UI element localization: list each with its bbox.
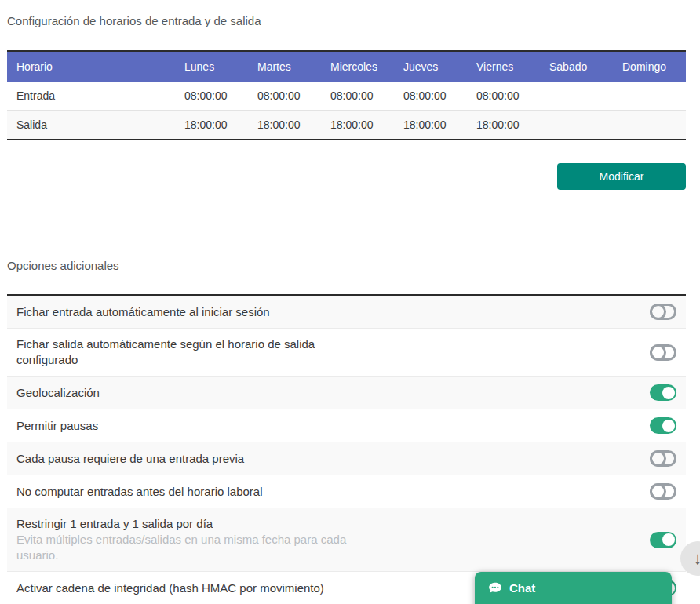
toggle-option-4[interactable]: [650, 450, 676, 467]
toggle-option-3[interactable]: [650, 417, 676, 434]
option-label: Restringir 1 entrada y 1 salida por día: [16, 516, 374, 532]
option-row-2: Geolocalización: [7, 377, 686, 409]
modify-button[interactable]: Modificar: [557, 163, 686, 190]
schedule-cell: 18:00:00: [321, 111, 394, 140]
option-text: Cada pausa requiere de una entrada previ…: [16, 451, 244, 467]
schedule-cell: 18:00:00: [394, 111, 467, 140]
settings-page: Configuración de horarios de entrada y d…: [7, 14, 686, 604]
option-text: Activar cadena de integridad (hash HMAC …: [16, 580, 324, 596]
option-row-5: No computar entradas antes del horario l…: [7, 475, 686, 508]
schedule-cell: 08:00:00: [321, 82, 394, 111]
schedule-row-entrada: Entrada08:00:0008:00:0008:00:0008:00:000…: [7, 82, 686, 111]
schedule-cell: 18:00:00: [175, 111, 248, 140]
option-text: Permitir pausas: [16, 418, 98, 434]
options-section-title: Opciones adicionales: [7, 259, 686, 272]
option-label: Fichar entrada automáticamente al inicia…: [16, 304, 270, 320]
page-title: Configuración de horarios de entrada y d…: [7, 14, 686, 27]
option-row-4: Cada pausa requiere de una entrada previ…: [7, 442, 686, 475]
option-row-0: Fichar entrada automáticamente al inicia…: [7, 296, 686, 329]
schedule-header-row: HorarioLunesMartesMiercolesJuevesViernes…: [7, 51, 686, 82]
column-header-miercoles: Miercoles: [321, 51, 394, 82]
option-text: Fichar salida automáticamente según el h…: [16, 337, 374, 368]
toggle-knob: [650, 483, 666, 500]
chat-button[interactable]: Chat: [475, 572, 672, 604]
toggle-knob: [650, 344, 666, 361]
schedule-cell: 18:00:00: [248, 111, 321, 140]
toggle-option-6[interactable]: [650, 532, 676, 548]
option-label: No computar entradas antes del horario l…: [16, 484, 263, 500]
option-text: Fichar entrada automáticamente al inicia…: [16, 304, 270, 320]
schedule-cell: [540, 111, 613, 140]
schedule-row-salida: Salida18:00:0018:00:0018:00:0018:00:0018…: [7, 111, 686, 140]
option-label: Fichar salida automáticamente según el h…: [16, 337, 374, 368]
column-header-martes: Martes: [248, 51, 321, 82]
schedule-cell: 18:00:00: [467, 111, 540, 140]
chat-label: Chat: [509, 580, 535, 596]
schedule-cell: Salida: [7, 111, 175, 140]
toggle-knob: [662, 387, 675, 399]
schedule-cell: 08:00:00: [394, 82, 467, 111]
toggle-knob: [650, 450, 666, 467]
schedule-cell: [613, 111, 686, 140]
toggle-knob: [662, 420, 675, 432]
toggle-knob: [650, 304, 666, 320]
column-header-horario: Horario: [7, 51, 175, 82]
option-description: Evita múltiples entradas/salidas en una …: [16, 532, 374, 563]
schedule-cell: 08:00:00: [467, 82, 540, 111]
schedule-cell: [613, 82, 686, 111]
column-header-domingo: Domingo: [613, 51, 686, 82]
toggle-knob: [662, 533, 675, 546]
options-list: Fichar entrada automáticamente al inicia…: [7, 294, 686, 604]
option-text: Geolocalización: [16, 385, 100, 401]
schedule-cell: 08:00:00: [248, 82, 321, 111]
arrow-down-icon: ↓: [694, 550, 700, 567]
toggle-option-1[interactable]: [650, 344, 676, 361]
modify-button-row: Modificar: [7, 163, 686, 190]
toggle-option-5[interactable]: [650, 483, 676, 500]
option-text: Restringir 1 entrada y 1 salida por díaE…: [16, 516, 374, 563]
toggle-option-0[interactable]: [650, 304, 676, 320]
option-label: Geolocalización: [16, 385, 100, 401]
schedule-cell: [540, 82, 613, 111]
option-row-3: Permitir pausas: [7, 409, 686, 442]
option-row-6: Restringir 1 entrada y 1 salida por díaE…: [7, 508, 686, 572]
option-row-1: Fichar salida automáticamente según el h…: [7, 329, 686, 377]
column-header-viernes: Viernes: [467, 51, 540, 82]
column-header-lunes: Lunes: [175, 51, 248, 82]
schedule-table: HorarioLunesMartesMiercolesJuevesViernes…: [7, 50, 686, 140]
schedule-cell: Entrada: [7, 82, 175, 111]
option-label: Activar cadena de integridad (hash HMAC …: [16, 580, 324, 596]
toggle-option-2[interactable]: [650, 384, 676, 401]
chat-bubble-icon: [487, 580, 503, 596]
option-text: No computar entradas antes del horario l…: [16, 484, 263, 500]
column-header-jueves: Jueves: [394, 51, 467, 82]
option-label: Permitir pausas: [16, 418, 98, 434]
schedule-cell: 08:00:00: [175, 82, 248, 111]
option-label: Cada pausa requiere de una entrada previ…: [16, 451, 244, 467]
column-header-sabado: Sabado: [540, 51, 613, 82]
